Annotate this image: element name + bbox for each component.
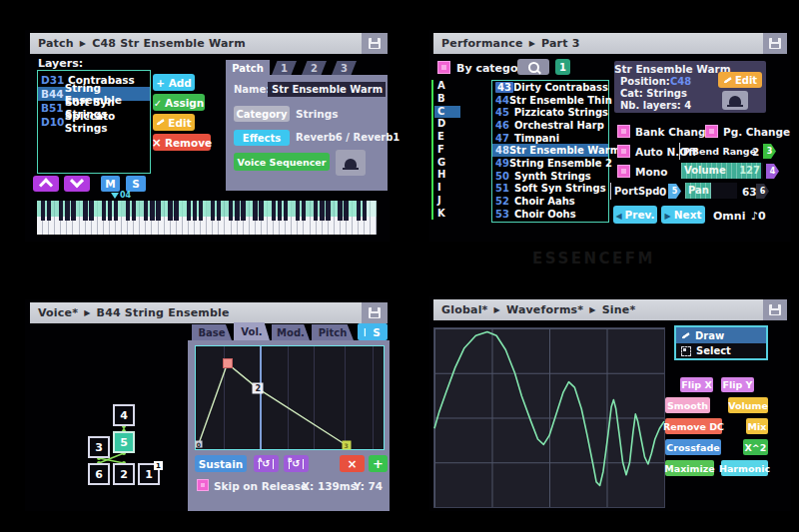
- smooth-button[interactable]: Smooth: [665, 397, 710, 413]
- bank-letter[interactable]: K: [434, 208, 460, 221]
- note-shift-value[interactable]: ♪0: [751, 210, 766, 223]
- crossfade-button[interactable]: Crossfade: [665, 439, 721, 455]
- maximize-button[interactable]: Maximize: [665, 460, 714, 476]
- category-button[interactable]: Category: [234, 106, 290, 122]
- black-key[interactable]: [65, 201, 69, 221]
- draw-tool-item[interactable]: Draw: [676, 327, 766, 343]
- black-key[interactable]: [235, 201, 239, 221]
- voice-row[interactable]: 48Str Ensemble Warm: [492, 144, 608, 157]
- env-node-5[interactable]: 5: [113, 431, 135, 453]
- patch-breadcrumb[interactable]: Patch C48 Str Ensemble Warm: [30, 33, 362, 54]
- add-layer-button[interactable]: + Add: [153, 74, 195, 91]
- x-squared-button[interactable]: X^2: [743, 439, 768, 455]
- black-key[interactable]: [284, 201, 288, 221]
- black-key[interactable]: [338, 201, 342, 221]
- audition-button[interactable]: [722, 91, 748, 110]
- black-key[interactable]: [314, 201, 318, 221]
- remove-dc-button[interactable]: Remove DC: [665, 418, 722, 434]
- bank-letter[interactable]: I: [434, 182, 460, 195]
- env-node-6[interactable]: 6: [88, 463, 110, 485]
- black-key[interactable]: [193, 201, 197, 221]
- black-key[interactable]: [320, 201, 324, 221]
- auto-noff-checkbox[interactable]: [617, 145, 630, 158]
- voice-row[interactable]: 51Soft Syn Strings: [492, 183, 608, 196]
- black-key[interactable]: [211, 201, 215, 221]
- solo-button[interactable]: S: [126, 176, 146, 192]
- volume-slider[interactable]: Volume 127: [681, 163, 763, 179]
- save-button[interactable]: [362, 33, 388, 54]
- audition-button[interactable]: [336, 150, 366, 176]
- black-key[interactable]: [253, 201, 257, 221]
- black-key[interactable]: [187, 201, 191, 221]
- piano-keyboard[interactable]: [37, 201, 377, 235]
- search-button[interactable]: [517, 59, 549, 75]
- add-point-button[interactable]: +: [369, 455, 388, 472]
- voice-row[interactable]: 44Str Ensemble Thin: [492, 94, 608, 107]
- envelope-point[interactable]: 0: [195, 440, 202, 447]
- tab-vol[interactable]: Vol.: [234, 322, 270, 340]
- bank-letter[interactable]: B: [434, 93, 460, 106]
- black-key[interactable]: [272, 201, 276, 221]
- loop-b-button[interactable]: B: [284, 455, 309, 472]
- black-key[interactable]: [357, 201, 361, 221]
- bank-letter[interactable]: D: [434, 118, 460, 131]
- voice-row[interactable]: 46Orchestral Harp: [492, 119, 608, 132]
- black-key[interactable]: [114, 201, 118, 221]
- tab-patch[interactable]: Patch: [226, 60, 270, 76]
- black-key[interactable]: [47, 201, 51, 221]
- envelope-point[interactable]: 3: [342, 440, 351, 449]
- flip-x-button[interactable]: Flip X: [680, 377, 713, 392]
- select-tool-item[interactable]: Select: [676, 343, 766, 358]
- bank-change-checkbox[interactable]: [617, 125, 630, 138]
- breadcrumb-item[interactable]: B44 String Ensemble: [97, 306, 230, 319]
- mono-checkbox[interactable]: [617, 165, 630, 178]
- env-node-2[interactable]: 2: [113, 463, 135, 485]
- skip-on-release-checkbox[interactable]: [197, 479, 209, 491]
- voice-row[interactable]: 47Timpani: [492, 132, 608, 145]
- patch-name-field[interactable]: Str Ensemble Warm: [268, 82, 386, 97]
- remove-button[interactable]: Remove: [153, 134, 211, 151]
- breadcrumb-item[interactable]: Part 3: [541, 37, 580, 50]
- black-key[interactable]: [150, 201, 154, 221]
- save-button[interactable]: [763, 299, 787, 320]
- env-node-3[interactable]: 3: [88, 436, 110, 458]
- tab-3[interactable]: 3: [332, 61, 357, 75]
- bank-letter[interactable]: A: [434, 80, 460, 93]
- breadcrumb-root[interactable]: Voice*: [38, 306, 78, 319]
- black-key[interactable]: [126, 201, 130, 221]
- breadcrumb-root[interactable]: Global*: [441, 303, 488, 316]
- black-key[interactable]: [326, 201, 330, 221]
- bank-letter[interactable]: E: [434, 131, 460, 144]
- assign-button[interactable]: Assign: [153, 94, 205, 111]
- waveform-chart[interactable]: [433, 327, 665, 508]
- save-button[interactable]: [763, 33, 787, 54]
- black-key[interactable]: [71, 201, 75, 221]
- delete-point-button[interactable]: [340, 455, 365, 472]
- black-key[interactable]: [217, 201, 221, 221]
- black-key[interactable]: [102, 201, 106, 221]
- mute-button[interactable]: M: [101, 176, 120, 192]
- black-key[interactable]: [83, 201, 87, 221]
- tab-mod[interactable]: Mod.: [272, 324, 310, 340]
- black-key[interactable]: [156, 201, 160, 221]
- bank-letter[interactable]: J: [434, 195, 460, 208]
- pan-slider[interactable]: Pan: [685, 183, 737, 199]
- black-key[interactable]: [168, 201, 172, 221]
- voice-row[interactable]: 49String Ensemble 2: [492, 157, 608, 170]
- performance-breadcrumb[interactable]: Performance Part 3: [433, 33, 779, 54]
- black-key[interactable]: [363, 201, 367, 221]
- voice-breadcrumb[interactable]: Voice* B44 String Ensemble: [30, 302, 362, 323]
- solo-button[interactable]: S: [366, 323, 388, 340]
- save-button[interactable]: [362, 302, 388, 323]
- black-key[interactable]: [174, 201, 178, 221]
- black-key[interactable]: [132, 201, 136, 221]
- pg-change-checkbox[interactable]: [705, 125, 718, 138]
- edit-voice-button[interactable]: Edit: [718, 72, 762, 88]
- voice-row[interactable]: 52Choir Aahs: [492, 195, 608, 208]
- breadcrumb-root[interactable]: Performance: [441, 37, 523, 50]
- harmonic-button[interactable]: Harmonic: [721, 460, 768, 476]
- voice-row[interactable]: 53Choir Oohs: [492, 208, 608, 221]
- by-category-checkbox[interactable]: [437, 61, 450, 74]
- breadcrumb-item[interactable]: Waveforms*: [506, 303, 583, 316]
- portspd-value[interactable]: 0: [659, 186, 666, 198]
